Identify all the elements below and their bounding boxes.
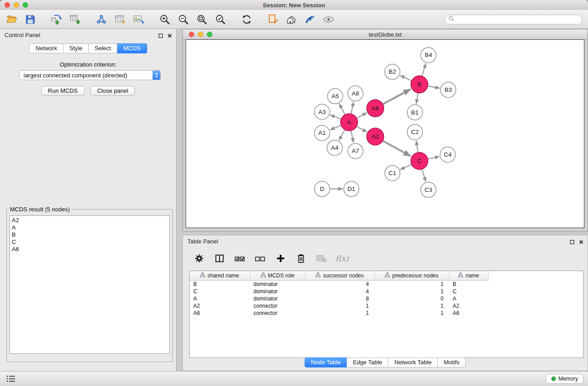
graph-node-D1[interactable]: D1	[344, 181, 359, 196]
cell-mcds-role[interactable]: connector	[250, 302, 305, 310]
column-header-predecessor-nodes[interactable]: predecessor nodes	[374, 271, 449, 281]
graph-edge-B-B2[interactable]	[400, 76, 411, 81]
close-table-panel-icon[interactable]	[579, 239, 583, 246]
cell-shared-name[interactable]: A2	[190, 302, 250, 310]
table-row-a2[interactable]: A2connector11A2	[190, 302, 583, 310]
cell-name[interactable]: A	[449, 295, 488, 302]
float-table-panel-icon[interactable]	[570, 239, 574, 246]
graph-node-A8[interactable]: A8	[348, 86, 363, 101]
cell-predecessor-nodes[interactable]: 1	[374, 310, 449, 317]
graph-node-B[interactable]: B	[411, 76, 428, 93]
graph-node-A4[interactable]: A4	[327, 140, 342, 156]
close-panel-button[interactable]: Close panel	[91, 86, 135, 95]
optimization-criterion-select[interactable]: largest connected component (directed)	[19, 70, 161, 80]
graph-edge-A-A4[interactable]	[339, 130, 345, 140]
cell-successor-nodes[interactable]: 8	[305, 295, 374, 302]
import-table-icon[interactable]	[69, 13, 81, 26]
cell-successor-nodes[interactable]: 4	[305, 281, 374, 288]
cell-successor-nodes[interactable]: 1	[305, 302, 374, 310]
cell-predecessor-nodes[interactable]: 1	[374, 302, 449, 310]
graph-node-B1[interactable]: B1	[407, 105, 423, 120]
graph-node-A[interactable]: A	[340, 114, 358, 131]
run-mcds-button[interactable]: Run MCDS	[41, 86, 85, 95]
graph-node-C3[interactable]: C3	[421, 182, 436, 197]
tab-style[interactable]: Style	[63, 43, 89, 53]
mcds-result-item-a2[interactable]: A2	[12, 217, 167, 224]
zoom-selected-icon[interactable]	[214, 13, 227, 26]
maximize-window-button[interactable]	[23, 2, 28, 8]
close-network-button[interactable]	[189, 32, 194, 37]
graph-edge-B-B4[interactable]	[422, 63, 425, 76]
cell-successor-nodes[interactable]: 1	[305, 310, 374, 317]
cell-shared-name[interactable]: C	[190, 288, 250, 295]
graph-node-A1[interactable]: A1	[315, 125, 330, 141]
graph-node-C2[interactable]: C2	[407, 124, 423, 140]
graph-node-A3[interactable]: A3	[315, 104, 330, 119]
column-header-mcds-role[interactable]: MCDS role	[250, 271, 305, 281]
task-list-icon[interactable]	[5, 372, 17, 385]
graph-node-B4[interactable]: B4	[421, 48, 436, 63]
tab-node-table[interactable]: Node Table	[305, 357, 347, 367]
mcds-result-item-c[interactable]: C	[12, 238, 167, 246]
graph-edge-A-A8[interactable]	[351, 102, 354, 114]
search-input[interactable]	[456, 15, 582, 24]
close-panel-icon[interactable]	[167, 33, 172, 39]
float-panel-icon[interactable]	[158, 33, 163, 39]
graph-edge-A-A3[interactable]	[330, 115, 340, 119]
cell-shared-name[interactable]: B	[190, 281, 250, 288]
table-row-a6[interactable]: A6connector11A6	[190, 310, 583, 317]
graph-node-C4[interactable]: C4	[440, 147, 455, 162]
new-network-icon[interactable]	[95, 13, 108, 26]
column-header-shared-name[interactable]: shared name	[190, 271, 250, 281]
tab-network[interactable]: Network	[29, 43, 63, 53]
tab-edge-table[interactable]: Edge Table	[347, 357, 388, 367]
network-canvas[interactable]: B4B2BB3A5A8A6A3B1AC2A1A2A4A7C4CC1DD1C3	[186, 40, 584, 228]
table-row-a[interactable]: Adominator80A	[190, 295, 583, 302]
graph-edge-B-B1[interactable]	[416, 93, 418, 104]
graph-node-A6[interactable]: A6	[367, 100, 384, 117]
zoom-in-icon[interactable]	[158, 13, 171, 26]
minimize-network-button[interactable]	[198, 32, 203, 37]
graph-node-B2[interactable]: B2	[385, 64, 400, 80]
cell-name[interactable]: A6	[449, 310, 488, 317]
columns-icon[interactable]	[213, 252, 226, 265]
graph-edge-C-C2[interactable]	[416, 141, 418, 152]
graph-edge-B-B3[interactable]	[428, 86, 440, 88]
column-header-successor-nodes[interactable]: successor nodes	[305, 271, 374, 281]
new-table-icon[interactable]	[114, 13, 126, 26]
trash-icon[interactable]	[295, 252, 307, 265]
cell-name[interactable]: C	[449, 288, 488, 295]
table-row-b[interactable]: Bdominator41B	[190, 281, 583, 288]
mcds-result-item-a[interactable]: A	[12, 224, 167, 231]
graph-edge-A-A7[interactable]	[351, 131, 354, 143]
graph-node-A2[interactable]: A2	[367, 128, 384, 145]
add-icon[interactable]	[274, 252, 287, 265]
graph-edge-C-C3[interactable]	[422, 170, 425, 182]
graph-node-A7[interactable]: A7	[348, 143, 363, 159]
maximize-network-button[interactable]	[207, 32, 212, 37]
export-image-icon[interactable]	[132, 13, 145, 26]
graph-edge-A-A1[interactable]	[330, 125, 341, 129]
graph-node-B3[interactable]: B3	[440, 82, 456, 98]
graph-edge-C-C1[interactable]	[400, 165, 411, 170]
graph-node-C[interactable]: C	[411, 152, 428, 170]
cell-shared-name[interactable]: A6	[190, 310, 250, 317]
graph-node-C1[interactable]: C1	[385, 166, 400, 181]
deselect-all-icon[interactable]	[254, 252, 267, 265]
tab-select[interactable]: Select	[89, 43, 117, 53]
graph-edge-A-A2[interactable]	[357, 127, 367, 132]
mcds-result-list[interactable]: A2ABCA6	[10, 215, 170, 354]
refresh-icon[interactable]	[240, 13, 253, 26]
select-all-icon[interactable]	[234, 252, 246, 265]
cell-predecessor-nodes[interactable]: 0	[374, 295, 449, 302]
zoom-out-icon[interactable]	[177, 13, 190, 26]
cell-predecessor-nodes[interactable]: 1	[374, 288, 449, 295]
style-icon[interactable]	[304, 13, 316, 26]
memory-button[interactable]: Memory	[546, 374, 583, 384]
cell-mcds-role[interactable]: dominator	[250, 295, 305, 302]
snapshot-icon[interactable]	[267, 13, 279, 26]
eye-icon[interactable]	[322, 13, 335, 26]
search-field[interactable]	[445, 14, 583, 24]
column-header-name[interactable]: name	[449, 271, 488, 281]
delete-column-icon[interactable]	[315, 252, 328, 265]
